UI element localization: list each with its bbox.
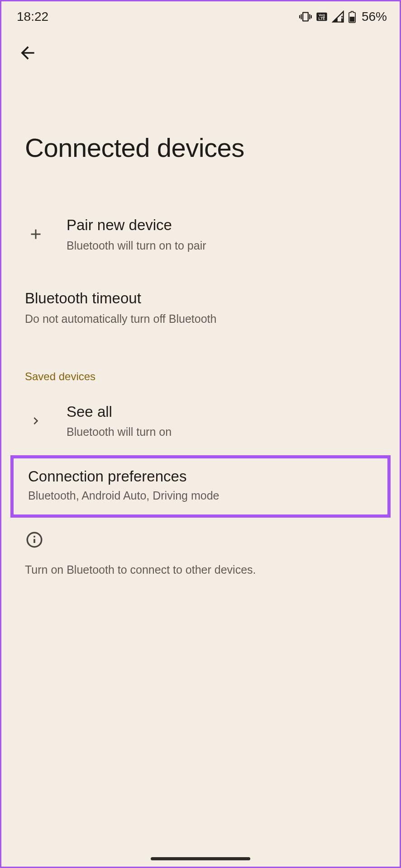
navigation-gesture-bar[interactable] bbox=[151, 857, 250, 860]
svg-rect-3 bbox=[341, 19, 343, 23]
status-bar: 18:22 Vo))LTE 56% bbox=[1, 1, 400, 28]
signal-icon bbox=[332, 10, 344, 23]
volte-icon: Vo))LTE bbox=[315, 10, 328, 23]
svg-text:LTE: LTE bbox=[319, 17, 325, 21]
connection-preferences-item[interactable]: Connection preferences Bluetooth, Androi… bbox=[10, 455, 391, 518]
status-time: 18:22 bbox=[17, 9, 48, 24]
prefs-subtitle: Bluetooth, Android Auto, Driving mode bbox=[28, 488, 373, 504]
page-title: Connected devices bbox=[1, 65, 400, 163]
chevron-right-icon bbox=[29, 414, 43, 428]
status-icons: Vo))LTE 56% bbox=[299, 9, 387, 24]
battery-icon bbox=[348, 10, 356, 23]
info-icon bbox=[25, 530, 44, 549]
plus-icon bbox=[28, 226, 44, 242]
info-section: Turn on Bluetooth to connect to other de… bbox=[1, 520, 400, 588]
arrow-back-icon bbox=[18, 43, 38, 63]
svg-point-4 bbox=[341, 16, 343, 18]
saved-devices-header: Saved devices bbox=[1, 355, 400, 389]
seeall-title: See all bbox=[67, 402, 376, 422]
svg-point-8 bbox=[33, 536, 35, 538]
back-button[interactable] bbox=[1, 28, 400, 65]
info-text: Turn on Bluetooth to connect to other de… bbox=[25, 562, 376, 578]
pair-title: Pair new device bbox=[67, 215, 376, 236]
seeall-subtitle: Bluetooth will turn on bbox=[67, 425, 376, 440]
timeout-title: Bluetooth timeout bbox=[25, 288, 376, 309]
battery-percent: 56% bbox=[362, 9, 387, 24]
svg-rect-5 bbox=[350, 17, 355, 22]
prefs-title: Connection preferences bbox=[28, 467, 373, 487]
pair-new-device-item[interactable]: Pair new device Bluetooth will turn on t… bbox=[1, 203, 400, 266]
bluetooth-timeout-item[interactable]: Bluetooth timeout Do not automatically t… bbox=[1, 276, 400, 339]
vibrate-icon bbox=[299, 10, 312, 23]
see-all-item[interactable]: See all Bluetooth will turn on bbox=[1, 389, 400, 453]
timeout-subtitle: Do not automatically turn off Bluetooth bbox=[25, 311, 376, 327]
pair-subtitle: Bluetooth will turn on to pair bbox=[67, 238, 376, 254]
